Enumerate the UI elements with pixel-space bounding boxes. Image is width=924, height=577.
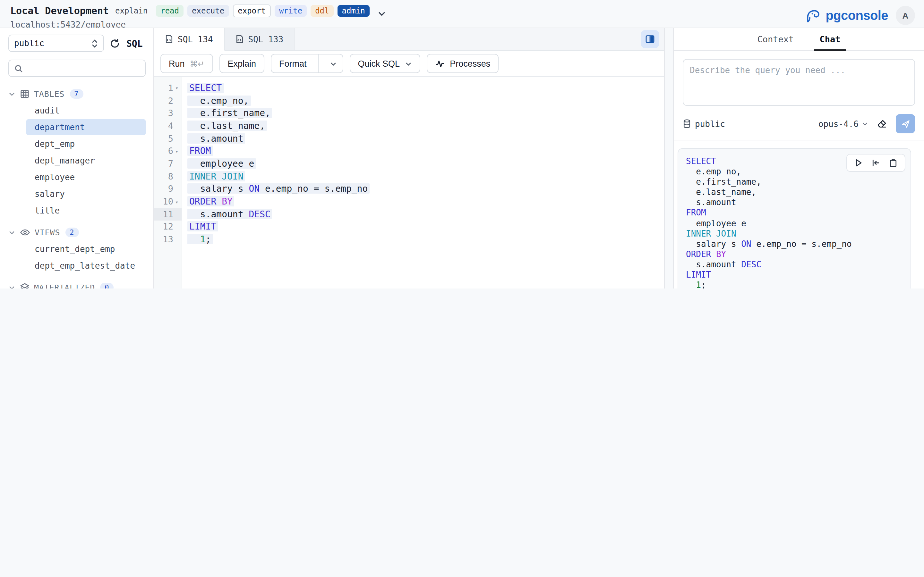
quick-sql-button[interactable]: Quick SQL [350,54,421,73]
split-panel-icon [645,34,655,44]
gutter-line-7[interactable]: 7 [154,157,182,169]
code-line-11[interactable]: s.amount DESC [187,208,664,220]
select-updown-icon [91,39,98,48]
code-line-12[interactable]: LIMIT [187,220,664,233]
code-line-9[interactable]: salary s ON e.emp_no = s.emp_no [187,182,664,195]
model-select[interactable]: opus-4.6 [819,119,868,129]
sidebar-search-input[interactable] [27,63,140,73]
gutter-line-11[interactable]: 11 [154,208,182,220]
sql-editor[interactable]: 1▾23456▾78910▾111213 SELECT e.emp_no, e.… [154,77,664,288]
sidebar-section-views: VIEWS 2 current_dept_empdept_emp_latest_… [8,224,145,274]
tab-sql-134[interactable]: SQL 134 [154,28,225,51]
sql-file-icon [236,35,244,44]
gutter-line-2[interactable]: 2 [154,94,182,106]
permission-badge-export: export [233,4,271,17]
connection-title: Local Development [10,5,109,16]
layers-icon [20,282,29,288]
permission-badge-explain: explain [115,5,152,16]
chat-thread: SELECT e.emp_no, e.first_name, e.last_na… [674,140,924,288]
sidebar-search[interactable] [8,60,145,77]
code-line-2[interactable]: e.emp_no, [187,94,664,106]
tab-chat[interactable]: Chat [818,28,842,50]
tab-context[interactable]: Context [756,28,795,50]
sidebar-section-tables: TABLES 7 auditdepartmentdept_empdept_man… [8,86,145,219]
chevron-down-icon [8,229,15,235]
code-line-6[interactable]: FROM [187,145,664,157]
tab-sql-133[interactable]: SQL 133 [225,28,295,50]
assistant-tabs: Context Chat [674,28,924,51]
send-button[interactable] [896,114,915,133]
sidebar-section-toggle-tables[interactable]: TABLES 7 [8,86,145,101]
gutter-line-4[interactable]: 4 [154,119,182,132]
sidebar-section-toggle-views[interactable]: VIEWS 2 [8,224,145,240]
count-badge: 2 [65,227,79,237]
sidebar-item-employee[interactable]: employee [26,169,145,185]
assistant-sql-message: SELECT e.emp_no, e.first_name, e.last_na… [678,148,911,288]
editor-gutter: 1▾23456▾78910▾111213 [154,77,182,288]
sidebar-item-dept_emp[interactable]: dept_emp [26,136,145,152]
schema-select[interactable]: public [8,35,104,52]
fold-marker-icon: ▾ [173,199,180,205]
permission-badges: explainreadexecuteexportwriteddladmin [115,4,370,17]
permission-badge-ddl: ddl [310,5,333,16]
split-panel-button[interactable] [641,30,659,48]
sidebar-item-title[interactable]: title [26,203,145,219]
sidebar-section-toggle-materialized[interactable]: MATERIALIZED 0 [8,279,145,288]
gutter-line-9[interactable]: 9 [154,182,182,195]
chevron-down-icon[interactable] [377,9,386,18]
search-icon [14,64,23,73]
run-shortcut: ⌘↵ [190,59,205,68]
code-line-13[interactable]: 1; [187,233,664,245]
gutter-line-3[interactable]: 3 [154,107,182,119]
query-workspace: SQL 134 SQL 133 Run ⌘↵ [154,28,665,288]
schema-sidebar: public SQL TABLES 7 [0,28,154,288]
sidebar-item-audit[interactable]: audit [26,103,145,119]
insert-to-editor-icon[interactable] [871,158,880,167]
chevron-down-icon[interactable] [324,60,342,67]
chevron-down-icon [8,90,15,97]
gutter-line-8[interactable]: 8 [154,170,182,182]
code-line-7[interactable]: employee e [187,157,664,169]
permission-badge-execute: execute [187,5,229,16]
permission-badge-read: read [156,5,184,16]
sidebar-item-department[interactable]: department [26,119,145,135]
sidebar-item-dept_manager[interactable]: dept_manager [26,153,145,169]
gutter-line-5[interactable]: 5 [154,132,182,145]
gutter-line-10[interactable]: 10▾ [154,195,182,207]
code-line-1[interactable]: SELECT [187,81,664,94]
sidebar-item-dept_emp_latest_date[interactable]: dept_emp_latest_date [26,258,145,274]
fold-marker-icon: ▾ [173,85,180,91]
code-line-10[interactable]: ORDER BY [187,195,664,207]
avatar[interactable]: A [896,6,915,25]
sidebar-item-current_dept_emp[interactable]: current_dept_emp [26,241,145,257]
run-button[interactable]: Run ⌘↵ [160,54,213,73]
query-tabstrip: SQL 134 SQL 133 [154,28,664,51]
refresh-icon[interactable] [110,38,120,48]
assistant-panel: Context Chat public opus-4.6 [673,28,924,288]
sidebar-item-salary[interactable]: salary [26,186,145,202]
editor-code[interactable]: SELECT e.emp_no, e.first_name, e.last_na… [182,77,664,288]
code-line-3[interactable]: e.first_name, [187,107,664,119]
chat-input[interactable] [683,59,915,106]
run-code-icon[interactable] [854,158,863,167]
gutter-line-13[interactable]: 13 [154,233,182,245]
clear-chat-icon[interactable] [877,118,887,129]
fold-marker-icon: ▾ [173,149,180,155]
code-line-8[interactable]: INNER JOIN [187,170,664,182]
processes-button[interactable]: Processes [427,54,499,73]
gutter-line-1[interactable]: 1▾ [154,81,182,94]
context-schema-chip[interactable]: public [683,119,725,129]
gutter-line-12[interactable]: 12 [154,220,182,233]
sql-mode-label[interactable]: SQL [126,38,143,48]
top-bar: Local Development explainreadexecuteexpo… [0,0,924,28]
chevron-down-icon [862,121,868,127]
eye-icon [20,227,30,237]
code-line-5[interactable]: s.amount [187,132,664,145]
sidebar-section-materialized: MATERIALIZED 0 [8,279,145,288]
brand-name: pgconsole [825,8,888,23]
explain-button[interactable]: Explain [220,54,265,73]
gutter-line-6[interactable]: 6▾ [154,145,182,157]
copy-code-icon[interactable] [889,158,898,167]
code-line-4[interactable]: e.last_name, [187,119,664,132]
format-button[interactable]: Format [271,54,343,73]
